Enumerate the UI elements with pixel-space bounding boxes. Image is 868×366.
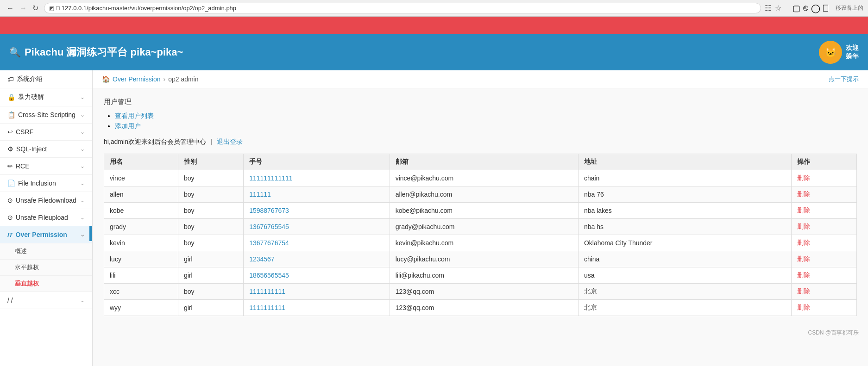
chevron-down-icon-5: ⌄ — [80, 163, 85, 169]
breadcrumb-parent[interactable]: Over Permission — [113, 75, 160, 83]
chevron-down-icon-9: ⌄ — [80, 231, 85, 238]
delete-link[interactable]: 删除 — [797, 174, 810, 181]
sidebar-item-slash[interactable]: / / ⌄ — [0, 292, 92, 309]
sidebar-sub-item-horizontal[interactable]: 水平越权 — [0, 260, 92, 276]
table-row: allen boy 111111 allen@pikachu.com nba 7… — [104, 186, 857, 203]
sidebar-item-op-label: Over Permission — [16, 231, 67, 238]
phone-link[interactable]: 18656565545 — [249, 272, 289, 279]
reload-button[interactable]: ↻ — [31, 3, 40, 13]
back-button[interactable]: ← — [5, 3, 16, 13]
delete-link[interactable]: 删除 — [797, 255, 810, 262]
cell-address: Oklahoma City Thunder — [578, 235, 791, 251]
sidebar-item-sqli-label: SQL-Inject — [16, 145, 47, 153]
phone-link[interactable]: 1234567 — [249, 255, 275, 263]
list-item-add: 添加用户 — [115, 122, 857, 130]
sidebar-sub-items: 概述 水平越权 垂直越权 — [0, 243, 92, 292]
sidebar-item-fi[interactable]: 📄 File Inclusion ⌄ — [0, 175, 92, 192]
cell-gender: girl — [178, 251, 243, 267]
sidebar-item-csrf-label: CSRF — [16, 128, 33, 136]
cell-address: nba hs — [578, 219, 791, 235]
address-bar[interactable]: ◩ □ 127.0.0.1/pikachu-master/vul/overper… — [44, 3, 761, 13]
phone-link[interactable]: 1111111111 — [249, 304, 285, 311]
search-icon: 🔍 — [9, 47, 21, 58]
sidebar-item-brute[interactable]: 🔒 暴力破解 ⌄ — [0, 88, 92, 106]
sidebar-item-over-permission[interactable]: IT Over Permission ⌄ — [0, 226, 92, 243]
browser-right-icons[interactable]: ☷ ☆ — [765, 4, 781, 12]
phone-link[interactable]: 13677676754 — [249, 239, 289, 247]
grid-icon[interactable]: ☷ — [765, 4, 771, 12]
delete-link[interactable]: 删除 — [797, 271, 810, 279]
delete-link[interactable]: 删除 — [797, 304, 810, 311]
delete-link[interactable]: 删除 — [797, 206, 810, 214]
breadcrumb-bar: 🏠 Over Permission › op2 admin 点一下提示 — [93, 70, 868, 88]
sidebar-item-xss[interactable]: 📋 Cross-Site Scripting ⌄ — [0, 106, 92, 124]
sidebar-sub-item-vertical[interactable]: 垂直越权 — [0, 276, 92, 292]
sidebar-item-intro[interactable]: 🏷 系统介绍 — [0, 70, 92, 88]
sidebar-item-ufu[interactable]: ⊙ Unsafe Fileupload ⌄ — [0, 209, 92, 226]
cell-action: 删除 — [791, 284, 856, 300]
breadcrumb-current: op2 admin — [168, 75, 198, 83]
tag-icon: 🏷 — [7, 75, 14, 83]
window-controls[interactable]: ▢ ⎋ ◯ ⎕ — [793, 3, 828, 13]
window-btn-2[interactable]: ⎋ — [803, 3, 808, 13]
delete-link[interactable]: 删除 — [797, 239, 810, 246]
sidebar-item-csrf[interactable]: ↩ CSRF ⌄ — [0, 124, 92, 141]
list-item-view: 查看用户列表 — [115, 112, 857, 120]
phone-link[interactable]: 111111 — [249, 191, 271, 198]
welcome-bar: hi,admin欢迎来到后台会员管理中心 | 退出登录 — [104, 138, 857, 146]
cell-address: nba 76 — [578, 186, 791, 203]
view-users-link[interactable]: 查看用户列表 — [115, 112, 154, 119]
users-table: 用名 性别 手号 邮箱 地址 操作 vince boy 111111111111… — [104, 154, 857, 316]
hint-link[interactable]: 点一下提示 — [829, 75, 859, 83]
cell-action: 删除 — [791, 235, 856, 251]
cell-action: 删除 — [791, 251, 856, 267]
window-btn-3[interactable]: ◯ — [811, 3, 820, 13]
delete-link[interactable]: 删除 — [797, 190, 810, 198]
sidebar-item-fi-left: 📄 File Inclusion — [7, 180, 56, 187]
star-icon[interactable]: ☆ — [775, 4, 781, 12]
cell-phone: 111111 — [244, 186, 390, 203]
cell-gender: boy — [178, 170, 243, 186]
add-user-link[interactable]: 添加用户 — [115, 122, 141, 130]
phone-link[interactable]: 13676765545 — [249, 223, 289, 230]
col-header-address: 地址 — [578, 154, 791, 170]
delete-link[interactable]: 删除 — [797, 223, 810, 230]
cell-action: 删除 — [791, 267, 856, 284]
clipboard-icon: 📋 — [7, 111, 15, 118]
logout-link[interactable]: 退出登录 — [217, 138, 243, 145]
delete-link[interactable]: 删除 — [797, 287, 810, 295]
cell-address: china — [578, 251, 791, 267]
sidebar-item-rce[interactable]: ✏ RCE ⌄ — [0, 158, 92, 175]
cell-action: 删除 — [791, 219, 856, 235]
sidebar-sub-item-vertical-label: 垂直越权 — [15, 280, 39, 287]
phone-link[interactable]: 111111111111 — [249, 174, 292, 182]
window-btn-1[interactable]: ▢ — [793, 3, 800, 13]
window-btn-4[interactable]: ⎕ — [823, 3, 828, 13]
col-header-name: 用名 — [104, 154, 178, 170]
forward-button[interactable]: → — [18, 3, 29, 13]
sidebar-item-xss-label: Cross-Site Scripting — [18, 111, 75, 118]
sidebar-item-ufd-left: ⊙ Unsafe Filedownload — [7, 197, 76, 204]
user-info: 欢迎 躲年 — [846, 44, 859, 61]
phone-link[interactable]: 15988767673 — [249, 207, 289, 214]
user-actions-list: 查看用户列表 添加用户 — [104, 112, 857, 130]
sidebar-item-sqli[interactable]: ⚙ SQL-Inject ⌄ — [0, 141, 92, 158]
sidebar-item-ufd[interactable]: ⊙ Unsafe Filedownload ⌄ — [0, 192, 92, 209]
cell-email: 123@qq.com — [390, 300, 578, 316]
cell-address: 北京 — [578, 300, 791, 316]
col-header-action: 操作 — [791, 154, 856, 170]
cell-phone: 15988767673 — [244, 203, 390, 219]
sidebar-sub-item-overview[interactable]: 概述 — [0, 243, 92, 260]
cell-phone: 1234567 — [244, 251, 390, 267]
sidebar-item-ufd-label: Unsafe Filedownload — [16, 197, 76, 204]
chevron-down-icon-3: ⌄ — [80, 129, 85, 135]
phone-link[interactable]: 1111111111 — [249, 288, 285, 295]
chevron-down-icon-7: ⌄ — [80, 197, 85, 204]
csrf-icon: ↩ — [7, 128, 13, 136]
browser-nav-buttons[interactable]: ← → ↻ — [5, 3, 40, 13]
sidebar-item-rce-left: ✏ RCE — [7, 162, 30, 170]
table-row: grady boy 13676765545 grady@pikachu.com … — [104, 219, 857, 235]
chevron-down-icon: ⌄ — [80, 94, 85, 100]
table-row: vince boy 111111111111 vince@pikachu.com… — [104, 170, 857, 186]
cell-email: kevin@pikachu.com — [390, 235, 578, 251]
